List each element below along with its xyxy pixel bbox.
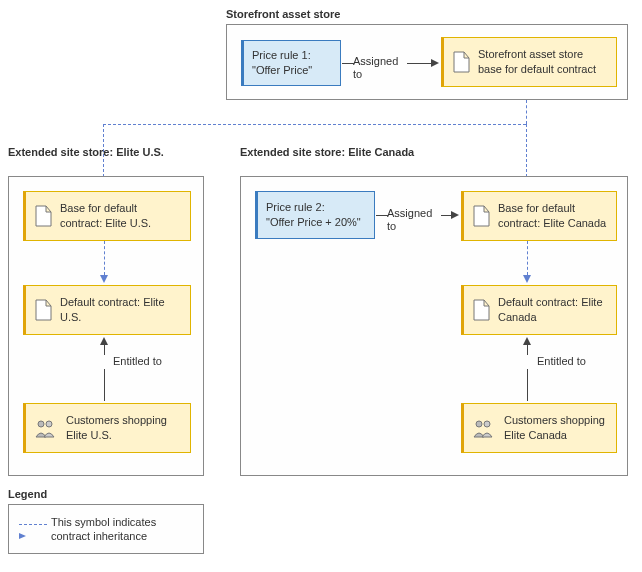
customers-icon xyxy=(34,418,58,438)
inheritance-line xyxy=(526,124,527,182)
document-icon xyxy=(34,205,52,227)
svg-point-0 xyxy=(38,421,44,427)
document-icon xyxy=(472,299,490,321)
canada-default-contract-text: Default contract: Elite Canada xyxy=(498,295,608,325)
canada-customers: Customers shopping Elite Canada xyxy=(461,403,617,453)
canada-customers-text: Customers shopping Elite Canada xyxy=(504,413,608,443)
price-rule-1-text: Price rule 1: "Offer Price" xyxy=(252,48,332,78)
us-base-contract-text: Base for default contract: Elite U.S. xyxy=(60,201,182,231)
us-default-contract-text: Default contract: Elite U.S. xyxy=(60,295,182,325)
legend-text: This symbol indicates contract inheritan… xyxy=(51,515,193,544)
canada-assigned-label: Assigned to xyxy=(387,207,441,233)
us-entitled-arrow xyxy=(100,337,108,345)
inheritance-arrow-icon xyxy=(523,275,531,283)
us-base-contract: Base for default contract: Elite U.S. xyxy=(23,191,191,241)
customers-icon xyxy=(472,418,496,438)
canada-entitled-label: Entitled to xyxy=(537,355,586,368)
asset-store-box: Price rule 1: "Offer Price" Assigned to … xyxy=(226,24,628,100)
us-customers-text: Customers shopping Elite U.S. xyxy=(66,413,182,443)
inheritance-arrow-icon xyxy=(100,275,108,283)
us-store-box: Base for default contract: Elite U.S. De… xyxy=(8,176,204,476)
asset-store-title: Storefront asset store xyxy=(226,8,340,20)
svg-point-3 xyxy=(484,421,490,427)
asset-base-contract: Storefront asset store base for default … xyxy=(441,37,617,87)
canada-assigned-arrow xyxy=(451,211,459,219)
canada-base-contract: Base for default contract: Elite Canada xyxy=(461,191,617,241)
us-default-contract: Default contract: Elite U.S. xyxy=(23,285,191,335)
legend-title: Legend xyxy=(8,488,47,500)
us-customers: Customers shopping Elite U.S. xyxy=(23,403,191,453)
diagram-canvas: Storefront asset store Price rule 1: "Of… xyxy=(8,8,634,564)
canada-default-contract: Default contract: Elite Canada xyxy=(461,285,617,335)
legend-symbol xyxy=(19,517,51,541)
svg-point-1 xyxy=(46,421,52,427)
price-rule-1: Price rule 1: "Offer Price" xyxy=(241,40,341,86)
canada-store-title: Extended site store: Elite Canada xyxy=(240,146,420,158)
us-store-title: Extended site store: Elite U.S. xyxy=(8,146,168,158)
document-icon xyxy=(34,299,52,321)
document-icon xyxy=(472,205,490,227)
canada-store-box: Price rule 2: "Offer Price + 20%" Assign… xyxy=(240,176,628,476)
canada-entitled-arrow xyxy=(523,337,531,345)
asset-base-contract-text: Storefront asset store base for default … xyxy=(478,47,608,77)
inheritance-line xyxy=(104,241,105,275)
asset-assigned-arrow xyxy=(431,59,439,67)
inheritance-line xyxy=(103,124,526,125)
us-entitled-label: Entitled to xyxy=(113,355,162,368)
legend-box: This symbol indicates contract inheritan… xyxy=(8,504,204,554)
canada-base-contract-text: Base for default contract: Elite Canada xyxy=(498,201,608,231)
svg-point-2 xyxy=(476,421,482,427)
document-icon xyxy=(452,51,470,73)
inheritance-line xyxy=(527,241,528,275)
asset-assigned-label: Assigned to xyxy=(353,55,407,81)
inheritance-line xyxy=(526,100,527,124)
price-rule-2: Price rule 2: "Offer Price + 20%" xyxy=(255,191,375,239)
price-rule-2-text: Price rule 2: "Offer Price + 20%" xyxy=(266,200,366,230)
